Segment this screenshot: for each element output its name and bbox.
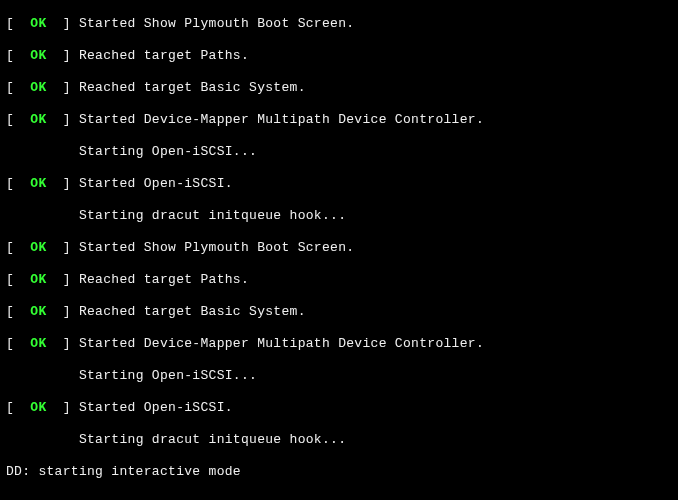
boot-line: [ OK ] Started Device-Mapper Multipath D… (6, 112, 672, 128)
boot-line: [ OK ] Reached target Basic System. (6, 304, 672, 320)
boot-line: [ OK ] Started Open-iSCSI. (6, 400, 672, 416)
status-ok: OK (30, 304, 46, 319)
status-ok: OK (30, 272, 46, 287)
boot-line: Starting Open-iSCSI... (6, 144, 672, 160)
terminal-output: [ OK ] Started Show Plymouth Boot Screen… (0, 0, 678, 500)
status-ok: OK (30, 240, 46, 255)
boot-line: [ OK ] Started Open-iSCSI. (6, 176, 672, 192)
status-ok: OK (30, 400, 46, 415)
status-ok: OK (30, 112, 46, 127)
status-ok: OK (30, 48, 46, 63)
boot-line: [ OK ] Started Device-Mapper Multipath D… (6, 336, 672, 352)
boot-line: Starting dracut initqueue hook... (6, 208, 672, 224)
status-ok: OK (30, 336, 46, 351)
boot-line: Starting dracut initqueue hook... (6, 432, 672, 448)
boot-line: [ OK ] Reached target Paths. (6, 48, 672, 64)
status-ok: OK (30, 80, 46, 95)
boot-line: [ OK ] Started Show Plymouth Boot Screen… (6, 240, 672, 256)
status-ok: OK (30, 16, 46, 31)
boot-line: [ OK ] Reached target Paths. (6, 272, 672, 288)
dd-start-line: DD: starting interactive mode (6, 464, 672, 480)
blank-line (6, 496, 672, 500)
boot-line: Starting Open-iSCSI... (6, 368, 672, 384)
status-ok: OK (30, 176, 46, 191)
boot-line: [ OK ] Reached target Basic System. (6, 80, 672, 96)
boot-line: [ OK ] Started Show Plymouth Boot Screen… (6, 16, 672, 32)
